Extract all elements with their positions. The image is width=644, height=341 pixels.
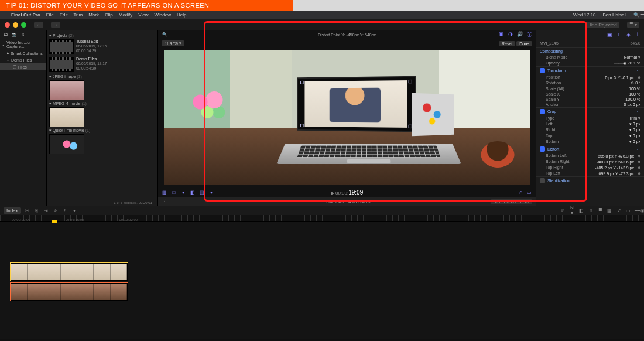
row-opacity[interactable]: Opacity━━━━◉ 78.1 % (536, 60, 644, 66)
row-distort-tr[interactable]: Top Right-405.2 px Y -142.9 px◆ (536, 165, 644, 170)
section-crop[interactable]: Crop▫ (536, 107, 644, 115)
menu-mark[interactable]: Mark (85, 12, 102, 18)
row-distort-tl[interactable]: Top Left699.9 px Y -77.3 px◆ (536, 170, 644, 176)
viewer-canvas[interactable] (164, 50, 530, 185)
row-scale-all[interactable]: Scale (All)100 % (536, 86, 644, 91)
minimize-window-button[interactable] (13, 22, 18, 28)
row-crop-left[interactable]: Left▾ 0 px (536, 121, 644, 127)
menu-view[interactable]: View (135, 12, 151, 18)
insert-tool-icon[interactable]: ⎘ (34, 208, 40, 213)
menu-trim[interactable]: Trim (70, 12, 85, 18)
hide-rejected-toggle[interactable]: Hide Rejected (585, 22, 619, 28)
row-scale-y[interactable]: Scale Y100.0 % (536, 97, 644, 102)
search-icon[interactable]: 🔍 (630, 12, 637, 18)
select-tool-icon[interactable]: ⌖ (62, 207, 68, 213)
mpeg4-thumb[interactable] (49, 107, 84, 127)
nav-forward-button[interactable]: → (51, 22, 60, 28)
tool-menu-chevron-icon[interactable]: ▾ (180, 190, 186, 195)
viewer-scale-select[interactable]: ▢ 47% ▾ (162, 40, 184, 46)
row-crop-top[interactable]: Top▾ 0 px (536, 133, 644, 139)
project-demo-files[interactable]: Demo Files 06/06/2019, 17:17 00:00:54:29 (49, 57, 155, 72)
effects-browser-icon[interactable]: ▦ (607, 208, 612, 213)
row-position[interactable]: Position0 px X Y -0.1 px◆ (536, 74, 644, 80)
audio-lanes-icon[interactable]: ⎍ (588, 208, 594, 213)
fullscreen-window-button[interactable] (21, 22, 26, 28)
transitions-icon[interactable]: ⤢ (616, 208, 622, 213)
transform-tool-icon[interactable]: ▦ (162, 190, 167, 195)
menu-edit[interactable]: Edit (57, 12, 71, 18)
reveal-icon[interactable]: ▫ (635, 110, 640, 114)
color-channels-icon[interactable]: ◧ (190, 190, 196, 195)
group-jpeg[interactable]: ▾ JPEG image (1) (49, 74, 155, 79)
save-effects-preset-button[interactable]: Save Effects Preset (491, 199, 532, 204)
section-stabilization[interactable]: Stabilization (536, 176, 644, 185)
close-window-button[interactable] (5, 22, 10, 28)
connect-tool-icon[interactable]: ⎆ (53, 208, 59, 213)
reveal-icon[interactable]: ▫ (635, 147, 640, 151)
group-quicktime[interactable]: ▾ QuickTime movie (1) (49, 128, 155, 133)
timeline[interactable] (0, 222, 644, 339)
row-crop-right[interactable]: Right▾ 0 px (536, 127, 644, 133)
library-item-files[interactable]: ▢ Files (0, 63, 46, 70)
music-icon[interactable]: ♫ (20, 32, 26, 36)
audio-icon[interactable]: 🔊 (517, 31, 523, 39)
library-icon[interactable]: 🗂 (2, 32, 8, 36)
append-tool-icon[interactable]: ⇥ (43, 208, 49, 213)
app-menu[interactable]: Final Cut Pro (8, 12, 43, 18)
video-inspector-icon[interactable]: ▣ (607, 32, 612, 37)
library-item-smart[interactable]: ▸ Smart Collections (0, 50, 46, 57)
crop-tool-icon[interactable]: □ (171, 190, 177, 195)
section-transform[interactable]: Transform▫ (536, 66, 644, 74)
menu-modify[interactable]: Modify (116, 12, 136, 18)
search-icon[interactable]: 🔍 (162, 32, 167, 37)
fullscreen-icon[interactable]: ⤢ (517, 190, 523, 195)
row-scale-x[interactable]: Scale X100 % (536, 91, 644, 97)
timeline-ruler[interactable]: 00:00:00:00 00:06:16:00 00:12:32:00 (0, 215, 644, 222)
index-button[interactable]: Index (4, 207, 21, 214)
row-rotation[interactable]: Rotation⊙ 0 ° (536, 80, 644, 86)
distort-handle-tl[interactable] (300, 81, 304, 84)
row-blend-mode[interactable]: Blend ModeNormal ▾ (536, 54, 644, 60)
tools-chevron-icon[interactable]: ▾ (71, 208, 77, 213)
snapping-icon[interactable]: N ▾ (569, 205, 575, 216)
library-item-demo[interactable]: Demo Files (0, 57, 46, 63)
info-inspector-icon[interactable]: i (635, 32, 640, 37)
nav-back-button[interactable]: ← (34, 22, 43, 28)
text-inspector-icon[interactable]: T (616, 32, 622, 37)
row-anchor[interactable]: Anchor0 px 0 px (536, 102, 644, 107)
filter-menu[interactable]: ≣ ▾ (627, 22, 639, 28)
color-inspector-icon[interactable]: ◈ (625, 32, 631, 37)
menu-help[interactable]: Help (174, 12, 189, 18)
jpeg-thumb[interactable] (49, 80, 84, 100)
titles-icon[interactable]: ▭ (625, 208, 631, 213)
row-distort-bl[interactable]: Bottom Left655.0 px Y 476.3 px◆ (536, 153, 644, 159)
view-menu-chevron-icon[interactable]: ▾ (208, 190, 214, 195)
quicktime-thumb[interactable] (49, 134, 84, 154)
done-button[interactable]: Done (516, 41, 532, 46)
blade-tool-icon[interactable]: ✂︎ (25, 208, 30, 213)
project-tutorial-edit[interactable]: Tutorial Edit 06/06/2019, 17:15 00:00:54… (49, 39, 155, 54)
skimming-icon[interactable]: ⎚ (560, 208, 566, 213)
distort-handle-bl[interactable] (300, 124, 304, 128)
reset-button[interactable]: Reset (499, 41, 515, 46)
color-icon[interactable]: ◑ (508, 31, 513, 39)
overlay-icon[interactable]: ▤ (199, 190, 205, 195)
menu-window[interactable]: Window (152, 12, 174, 18)
effects-icon[interactable]: ▣ (498, 31, 504, 39)
menu-clip[interactable]: Clip (102, 12, 116, 18)
reveal-icon[interactable]: ▫ (635, 69, 640, 73)
menu-file[interactable]: File (43, 12, 57, 18)
section-compositing[interactable]: Compositing (536, 47, 644, 54)
solo-icon[interactable]: ◧ (578, 208, 584, 213)
project-back-icon[interactable]: ⟨ (162, 199, 167, 204)
section-distort[interactable]: Distort▫ (536, 145, 644, 153)
viewer-layout-icon[interactable]: ▭ (526, 190, 532, 195)
clip-appearance-icon[interactable]: ≣ (597, 208, 603, 213)
photos-icon[interactable]: 📷 (11, 32, 17, 37)
row-crop-bottom[interactable]: Bottom▾ 0 px (536, 139, 644, 145)
clip-background[interactable] (11, 283, 128, 301)
distort-handle-tr[interactable] (409, 80, 412, 83)
clip-mvi2145[interactable] (11, 263, 128, 281)
playhead[interactable] (54, 222, 54, 339)
row-crop-type[interactable]: TypeTrim ▾ (536, 115, 644, 121)
